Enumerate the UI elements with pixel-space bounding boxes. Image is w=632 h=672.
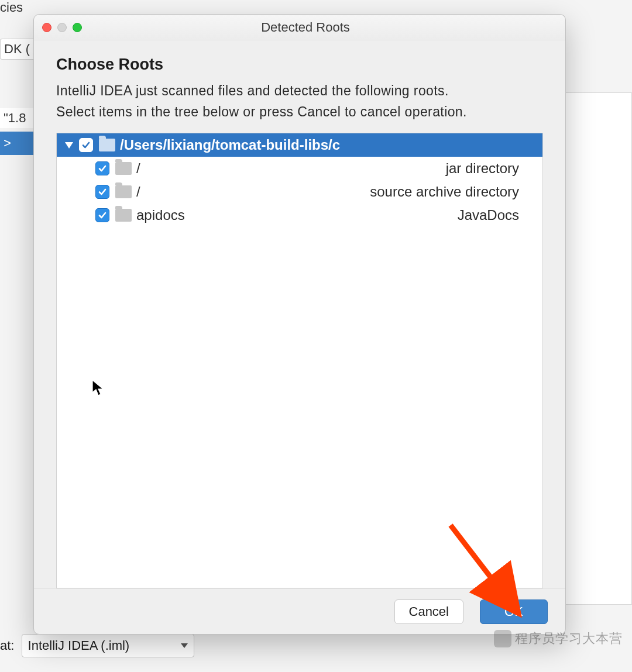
- dialog-content: Choose Roots IntelliJ IDEA just scanned …: [34, 40, 565, 588]
- child-checkbox[interactable]: [95, 161, 109, 175]
- close-window-button[interactable]: [42, 23, 51, 32]
- tree-child-row[interactable]: apidocs JavaDocs: [57, 204, 542, 227]
- titlebar: Detected Roots: [34, 15, 565, 40]
- detected-roots-dialog: Detected Roots Choose Roots IntelliJ IDE…: [33, 14, 566, 635]
- format-select[interactable]: IntelliJ IDEA (.iml): [22, 634, 194, 657]
- tree-child-row[interactable]: / source archive directory: [57, 180, 542, 204]
- bg-format-row: at: IntelliJ IDEA (.iml): [0, 634, 194, 657]
- dialog-button-bar: Cancel OK: [34, 588, 565, 634]
- child-checkbox[interactable]: [95, 208, 109, 222]
- child-name: /: [136, 184, 140, 200]
- bg-dk-label: DK (: [0, 39, 35, 60]
- tree-root-row[interactable]: /Users/lixiang/tomcat-build-libs/c: [57, 133, 542, 157]
- zoom-window-button[interactable]: [73, 23, 82, 32]
- tree-child-row[interactable]: / jar directory: [57, 157, 542, 180]
- folder-icon: [115, 162, 132, 175]
- root-checkbox[interactable]: [79, 138, 93, 152]
- child-type: JavaDocs: [458, 207, 519, 223]
- dialog-description: IntelliJ IDEA just scanned files and det…: [56, 81, 543, 122]
- ok-button[interactable]: OK: [480, 599, 548, 624]
- watermark-text: 程序员学习大本营: [515, 630, 623, 647]
- format-label: at:: [0, 638, 14, 653]
- mouse-cursor-icon: [92, 380, 105, 397]
- dialog-heading: Choose Roots: [56, 56, 543, 74]
- cancel-button[interactable]: Cancel: [394, 599, 463, 624]
- watermark: 程序员学习大本营: [494, 630, 623, 647]
- watermark-icon: [494, 630, 511, 647]
- window-controls: [42, 23, 82, 32]
- format-select-value: IntelliJ IDEA (.iml): [28, 638, 130, 653]
- bg-selected-row-fragment: >: [0, 132, 35, 155]
- disclosure-triangle-icon[interactable]: [65, 142, 73, 149]
- child-type: jar directory: [446, 160, 519, 177]
- child-type: source archive directory: [370, 184, 519, 200]
- bg-version-fragment: "1.8: [0, 108, 35, 128]
- dialog-title: Detected Roots: [82, 20, 557, 35]
- folder-icon: [99, 139, 115, 151]
- root-path: /Users/lixiang/tomcat-build-libs/c: [120, 137, 340, 153]
- child-name: /: [136, 160, 140, 177]
- child-checkbox[interactable]: [95, 185, 109, 199]
- roots-tree[interactable]: /Users/lixiang/tomcat-build-libs/c / jar…: [56, 133, 543, 588]
- minimize-window-button[interactable]: [57, 23, 67, 32]
- folder-icon: [115, 185, 132, 198]
- bg-tab-fragment: cies: [0, 0, 53, 7]
- chevron-down-icon: [181, 643, 188, 648]
- folder-icon: [115, 209, 132, 222]
- child-name: apidocs: [136, 207, 185, 223]
